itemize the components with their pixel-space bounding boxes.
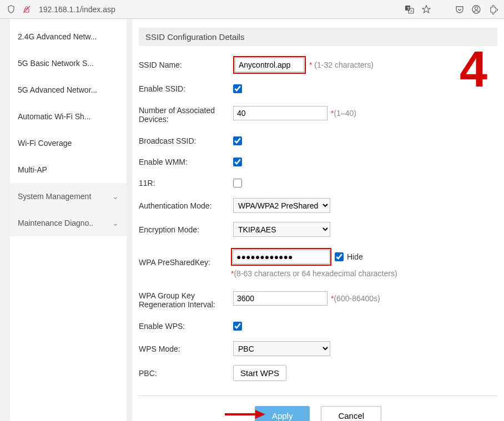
row-pbc: PBC: Start WPS bbox=[139, 361, 497, 386]
star-icon[interactable] bbox=[421, 4, 432, 15]
ssid-name-input[interactable] bbox=[235, 58, 304, 72]
r11-checkbox[interactable] bbox=[233, 179, 242, 187]
row-enable-wmm: Enable WMM: bbox=[139, 151, 497, 173]
enable-wmm-checkbox[interactable] bbox=[233, 158, 242, 166]
shield-icon[interactable] bbox=[6, 4, 17, 15]
ssid-form: SSID Name: * (1-32 characters) Enable SS… bbox=[139, 46, 497, 421]
broadcast-ssid-checkbox[interactable] bbox=[233, 136, 242, 145]
content-area: 4 SSID Configuration Details SSID Name: … bbox=[132, 19, 504, 421]
enc-mode-select[interactable]: TKIP&AES bbox=[233, 222, 330, 237]
sidebar-item-wifi-coverage[interactable]: Wi-Fi Coverage bbox=[10, 130, 127, 156]
sidebar-item-24g-advanced[interactable]: 2.4G Advanced Netw... bbox=[10, 23, 127, 50]
label-enable-ssid: Enable SSID: bbox=[139, 84, 233, 93]
svg-point-7 bbox=[475, 7, 478, 9]
row-11r: 11R: bbox=[139, 173, 497, 194]
row-wps-mode: WPS Mode: PBC bbox=[139, 337, 497, 361]
enable-ssid-checkbox[interactable] bbox=[233, 84, 242, 93]
row-num-devices: Number of Associated Devices: *(1–40) bbox=[139, 99, 497, 130]
hide-label: Hide bbox=[347, 252, 363, 261]
sidebar-item-maintenance-diagnostics[interactable]: Maintenance Diagno..⌄ bbox=[10, 210, 127, 236]
chevron-down-icon: ⌄ bbox=[112, 192, 119, 201]
row-enc-mode: Encryption Mode: TKIP&AES bbox=[139, 217, 497, 241]
annotation-number: 4 bbox=[460, 44, 487, 94]
browser-url-bar: 192.168.1.1/index.asp 文A bbox=[0, 0, 504, 19]
enable-wps-checkbox[interactable] bbox=[233, 322, 242, 331]
label-11r: 11R: bbox=[139, 179, 233, 187]
row-auth-mode: Authentication Mode: WPA/WPA2 PreSharedK… bbox=[139, 194, 497, 217]
row-enable-wps: Enable WPS: bbox=[139, 316, 497, 337]
label-enable-wps: Enable WPS: bbox=[139, 322, 233, 331]
url-text[interactable]: 192.168.1.1/index.asp bbox=[37, 5, 400, 14]
wps-mode-select[interactable]: PBC bbox=[233, 341, 330, 356]
cancel-button[interactable]: Cancel bbox=[321, 406, 381, 421]
label-auth-mode: Authentication Mode: bbox=[139, 201, 233, 210]
hint-num-devices: *(1–40) bbox=[331, 109, 356, 118]
section-header: SSID Configuration Details bbox=[139, 28, 497, 46]
sidebar-item-5g-basic[interactable]: 5G Basic Network S... bbox=[10, 50, 127, 77]
account-icon[interactable] bbox=[471, 4, 482, 15]
chevron-down-icon: ⌄ bbox=[112, 219, 119, 227]
row-group-key: WPA Group Key Regeneration Interval: *(6… bbox=[139, 285, 497, 316]
label-pbc: PBC: bbox=[139, 369, 233, 378]
lock-cross-icon[interactable] bbox=[21, 4, 32, 15]
highlight-ssid-name bbox=[233, 56, 306, 74]
extensions-icon[interactable] bbox=[487, 4, 498, 15]
sidebar-item-auto-wifi-shield[interactable]: Automatic Wi-Fi Sh... bbox=[10, 103, 127, 130]
svg-text:A: A bbox=[410, 9, 412, 13]
group-key-input[interactable] bbox=[233, 291, 327, 306]
hint-ssid-name: * (1-32 characters) bbox=[309, 60, 374, 69]
sidebar-item-system-management[interactable]: System Management⌄ bbox=[10, 183, 127, 210]
label-group-key: WPA Group Key Regeneration Interval: bbox=[139, 291, 233, 309]
start-wps-button[interactable]: Start WPS bbox=[233, 365, 286, 381]
svg-marker-9 bbox=[255, 410, 265, 419]
highlight-psk bbox=[231, 248, 331, 266]
hide-psk-checkbox[interactable] bbox=[335, 252, 344, 261]
row-enable-ssid: Enable SSID: bbox=[139, 78, 497, 99]
pocket-icon[interactable] bbox=[454, 4, 465, 15]
num-devices-input[interactable] bbox=[233, 106, 327, 120]
row-broadcast-ssid: Broadcast SSID: bbox=[139, 130, 497, 151]
sidebar-item-5g-advanced[interactable]: 5G Advanced Networ... bbox=[10, 77, 127, 103]
hint-psk: *(8-63 characters or 64 hexadecimal char… bbox=[231, 269, 397, 278]
main-container: 2.4G Advanced Netw... 5G Basic Network S… bbox=[0, 19, 504, 421]
label-broadcast-ssid: Broadcast SSID: bbox=[139, 136, 233, 145]
arrow-annotation bbox=[222, 406, 266, 421]
label-ssid-name: SSID Name: bbox=[139, 60, 233, 69]
label-num-devices: Number of Associated Devices: bbox=[139, 106, 233, 124]
auth-mode-select[interactable]: WPA/WPA2 PreSharedKe bbox=[233, 198, 330, 213]
label-wps-mode: WPS Mode: bbox=[139, 344, 233, 353]
hint-group-key: *(600-86400s) bbox=[331, 294, 380, 303]
sidebar-item-multi-ap[interactable]: Multi-AP bbox=[10, 156, 127, 183]
label-enable-wmm: Enable WMM: bbox=[139, 158, 233, 166]
label-psk: WPA PreSharedKey: bbox=[139, 248, 231, 267]
sidebar: 2.4G Advanced Netw... 5G Basic Network S… bbox=[10, 19, 127, 421]
label-enc-mode: Encryption Mode: bbox=[139, 225, 233, 234]
psk-input[interactable] bbox=[233, 250, 330, 264]
row-psk: WPA PreSharedKey: Hide *(8-63 characters… bbox=[139, 241, 497, 285]
row-ssid-name: SSID Name: * (1-32 characters) bbox=[139, 52, 497, 78]
translate-icon[interactable]: 文A bbox=[404, 4, 415, 15]
action-buttons: Apply Cancel bbox=[139, 396, 497, 421]
